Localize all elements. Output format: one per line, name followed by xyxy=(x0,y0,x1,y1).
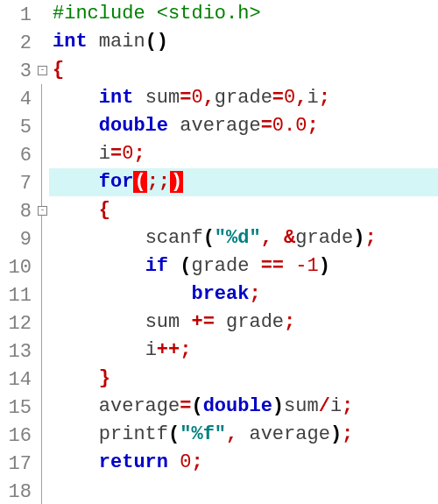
code-area[interactable]: #include <stdio.h> int main() { int sum=… xyxy=(49,0,438,504)
close-brace: } xyxy=(99,367,110,389)
code-line[interactable]: #include <stdio.h> xyxy=(49,0,438,28)
code-line[interactable]: double average=0.0; xyxy=(49,112,438,140)
line-number: 18 xyxy=(2,479,32,504)
function-call: scanf xyxy=(145,227,203,249)
include-path: <stdio.h> xyxy=(157,3,261,25)
line-number-gutter: 1 2 3 4 5 6 7 8 9 10 11 12 13 14 15 16 1… xyxy=(0,0,37,504)
bracket-match-icon: ) xyxy=(170,171,183,193)
code-line[interactable]: break; xyxy=(49,280,438,309)
line-number: 2 xyxy=(2,30,32,58)
preprocessor: #include xyxy=(53,3,145,25)
line-number: 5 xyxy=(2,114,32,142)
code-line[interactable]: i++; xyxy=(49,337,438,365)
code-line[interactable]: scanf("%d", &grade); xyxy=(49,224,438,252)
keyword: double xyxy=(99,115,168,137)
open-brace: { xyxy=(53,59,64,81)
code-line[interactable]: int main() xyxy=(49,28,438,56)
keyword: double xyxy=(203,395,272,417)
keyword: return xyxy=(99,451,168,473)
line-number: 10 xyxy=(2,254,32,282)
code-line[interactable]: return 0; xyxy=(49,449,438,477)
keyword: int xyxy=(53,31,88,53)
code-line[interactable]: average=(double)sum/i; xyxy=(49,393,438,421)
bracket-match-icon: ( xyxy=(133,171,146,193)
line-number: 11 xyxy=(2,282,32,310)
code-line[interactable]: printf("%f", average); xyxy=(49,421,438,449)
line-number: 14 xyxy=(2,366,32,394)
fold-column: - - xyxy=(37,0,49,504)
line-number: 3 xyxy=(2,58,32,86)
line-number: 15 xyxy=(2,394,32,422)
line-number: 4 xyxy=(2,86,32,114)
code-line[interactable]: { xyxy=(49,196,438,224)
keyword: for xyxy=(99,171,134,193)
code-line[interactable]: i=0; xyxy=(49,140,438,168)
line-number: 7 xyxy=(2,170,32,198)
keyword: break xyxy=(191,283,249,305)
code-line[interactable] xyxy=(49,477,438,504)
open-brace: { xyxy=(99,199,110,221)
line-number: 9 xyxy=(2,226,32,254)
fold-toggle-icon[interactable]: - xyxy=(38,66,47,75)
code-line[interactable]: sum += grade; xyxy=(49,309,438,337)
line-number: 6 xyxy=(2,142,32,170)
line-number: 12 xyxy=(2,310,32,338)
code-line[interactable]: int sum=0,grade=0,i; xyxy=(49,84,438,112)
code-editor[interactable]: 1 2 3 4 5 6 7 8 9 10 11 12 13 14 15 16 1… xyxy=(0,0,438,504)
string-literal: "%d" xyxy=(215,227,261,249)
keyword: if xyxy=(145,255,168,277)
function-name: main xyxy=(99,31,145,53)
fold-toggle-icon[interactable]: - xyxy=(38,206,47,216)
line-number: 16 xyxy=(2,422,32,451)
line-number: 13 xyxy=(2,338,32,366)
line-number: 8 xyxy=(2,198,32,226)
code-line[interactable]: if (grade == -1) xyxy=(49,252,438,280)
line-number: 17 xyxy=(2,451,32,479)
code-line[interactable]: { xyxy=(49,56,438,84)
code-line[interactable]: } xyxy=(49,365,438,393)
string-literal: "%f" xyxy=(180,423,226,445)
keyword: int xyxy=(99,87,134,109)
line-number: 1 xyxy=(2,2,32,30)
function-call: printf xyxy=(99,423,168,445)
code-line-current[interactable]: for(;;) xyxy=(49,168,438,196)
